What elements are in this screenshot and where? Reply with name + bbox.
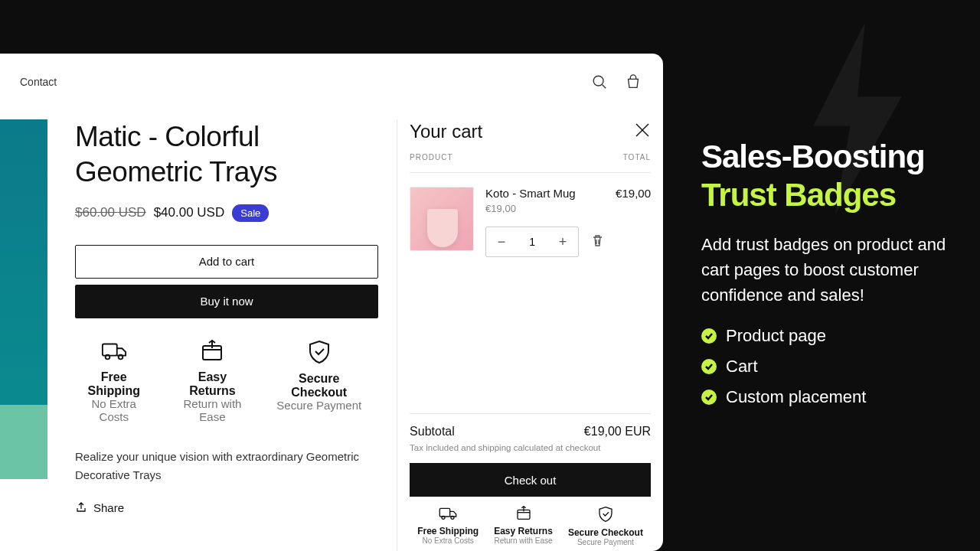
svg-point-4 bbox=[118, 354, 122, 359]
quantity-stepper: − 1 + bbox=[485, 227, 579, 257]
badge-title: Easy Returns bbox=[494, 526, 553, 536]
truck-icon bbox=[439, 506, 457, 521]
marketing-bullets: Product page Cart Custom placement bbox=[701, 326, 954, 407]
svg-rect-8 bbox=[439, 508, 449, 517]
price-sale: $40.00 USD bbox=[154, 205, 225, 220]
search-icon[interactable] bbox=[591, 73, 608, 90]
trust-badges: Free Shipping No Extra Costs Easy Return… bbox=[75, 340, 363, 423]
col-product: PRODUCT bbox=[410, 153, 452, 161]
svg-point-3 bbox=[105, 354, 109, 359]
box-return-icon bbox=[515, 506, 532, 521]
tax-note: Tax included and shipping calculated at … bbox=[410, 443, 651, 452]
sale-badge: Sale bbox=[232, 204, 269, 222]
checkout-button[interactable]: Check out bbox=[410, 463, 651, 497]
cart-item-unit-price: €19,00 bbox=[485, 203, 604, 214]
col-total: TOTAL bbox=[623, 153, 651, 161]
shield-check-icon bbox=[598, 506, 613, 523]
add-to-cart-button[interactable]: Add to cart bbox=[75, 245, 378, 279]
badge-subtitle: Return with Ease bbox=[494, 536, 553, 545]
badge-subtitle: Return with Ease bbox=[174, 397, 250, 423]
bullet-item: Cart bbox=[701, 357, 954, 377]
box-return-icon bbox=[200, 340, 224, 366]
cart-title: Your cart bbox=[410, 121, 482, 142]
check-icon bbox=[701, 390, 717, 405]
product-description: Realize your unique vision with extraord… bbox=[75, 448, 363, 484]
svg-point-9 bbox=[442, 516, 445, 519]
check-icon bbox=[701, 328, 717, 344]
share-button[interactable]: Share bbox=[75, 501, 363, 514]
marketing-title: Sales-Boosting Trust Badges bbox=[701, 138, 954, 215]
cart-item-thumb bbox=[410, 187, 474, 251]
check-icon bbox=[701, 359, 717, 374]
product-area: Matic - Colorful Geometric Trays $60.00 … bbox=[0, 119, 397, 551]
badge-shipping: Free Shipping No Extra Costs bbox=[78, 340, 149, 423]
subtotal-label: Subtotal bbox=[410, 425, 455, 439]
svg-line-1 bbox=[603, 84, 606, 88]
remove-item-button[interactable] bbox=[591, 234, 604, 250]
subtotal-value: €19,00 EUR bbox=[584, 425, 651, 439]
product-image bbox=[0, 119, 47, 479]
badge-secure: Secure Checkout Secure Payment bbox=[276, 340, 364, 423]
badge-subtitle: No Extra Costs bbox=[417, 536, 479, 545]
badge-subtitle: Secure Payment bbox=[568, 538, 643, 546]
qty-increase-button[interactable]: + bbox=[547, 227, 578, 257]
badge-title: Free Shipping bbox=[417, 526, 479, 536]
cart-item-name: Koto - Smart Mug bbox=[485, 187, 604, 200]
badge-title: Free Shipping bbox=[78, 370, 149, 398]
cart-badge-secure: Secure Checkout Secure Payment bbox=[568, 506, 643, 546]
bullet-item: Product page bbox=[701, 326, 954, 346]
shop-header: Contact bbox=[0, 54, 663, 109]
truck-icon bbox=[101, 340, 127, 366]
badge-title: Easy Returns bbox=[174, 370, 250, 398]
cart-item-total: €19,00 bbox=[616, 187, 651, 257]
product-title: Matic - Colorful Geometric Trays bbox=[75, 119, 363, 191]
svg-point-0 bbox=[593, 76, 603, 86]
share-icon bbox=[75, 501, 87, 514]
shield-check-icon bbox=[308, 340, 331, 367]
cart-badge-returns: Easy Returns Return with Ease bbox=[494, 506, 553, 546]
price-original: $60.00 USD bbox=[75, 205, 146, 220]
qty-value: 1 bbox=[517, 236, 547, 248]
shop-window: Contact Matic - Colorful Geometric Trays… bbox=[0, 54, 663, 551]
marketing-description: Add trust badges on product and cart pag… bbox=[701, 232, 954, 308]
badge-title: Secure Checkout bbox=[568, 527, 643, 538]
bullet-item: Custom placement bbox=[701, 387, 954, 407]
svg-rect-2 bbox=[103, 344, 117, 355]
cart-item: Koto - Smart Mug €19,00 − 1 + €19,00 bbox=[410, 173, 651, 271]
marketing-panel: Sales-Boosting Trust Badges Add trust ba… bbox=[701, 138, 954, 418]
svg-point-10 bbox=[451, 516, 454, 519]
badge-subtitle: No Extra Costs bbox=[78, 397, 149, 423]
cart-panel: Your cart PRODUCT TOTAL Koto - Smart Mug… bbox=[397, 119, 663, 551]
badge-title: Secure Checkout bbox=[276, 372, 364, 399]
nav-contact[interactable]: Contact bbox=[20, 76, 57, 88]
qty-decrease-button[interactable]: − bbox=[486, 227, 517, 257]
badge-subtitle: Secure Payment bbox=[276, 399, 361, 412]
cart-badge-shipping: Free Shipping No Extra Costs bbox=[417, 506, 479, 546]
buy-now-button[interactable]: Buy it now bbox=[75, 285, 378, 318]
close-icon[interactable] bbox=[634, 122, 651, 142]
share-label: Share bbox=[93, 501, 124, 514]
cart-trust-badges: Free Shipping No Extra Costs Easy Return… bbox=[410, 506, 651, 546]
badge-returns: Easy Returns Return with Ease bbox=[174, 340, 250, 423]
cart-icon[interactable] bbox=[625, 73, 642, 90]
